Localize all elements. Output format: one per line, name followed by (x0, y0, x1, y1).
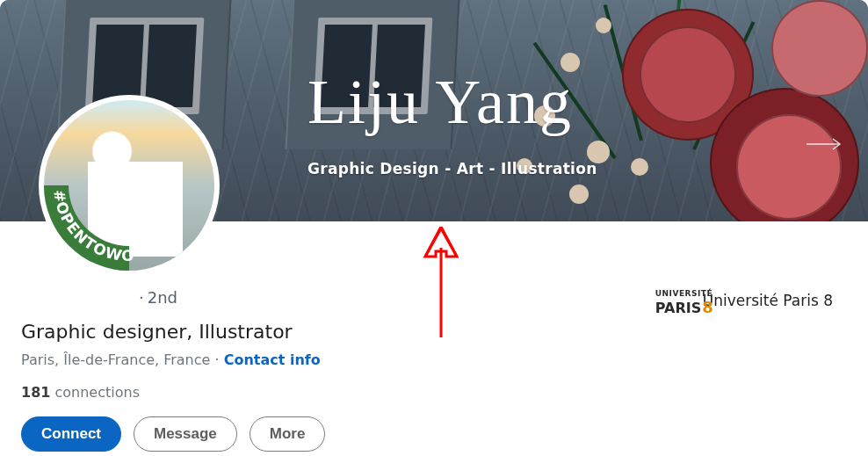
connect-button[interactable]: Connect (21, 416, 121, 452)
education-name: Université Paris 8 (703, 292, 833, 309)
connections-label: connections (50, 384, 140, 401)
location-row: Paris, Île-de-France, France · Contact i… (21, 351, 847, 368)
svg-marker-3 (425, 227, 457, 257)
degree-separator: · (135, 288, 148, 307)
action-bar: Connect Message More (21, 416, 847, 452)
location-separator: · (210, 351, 223, 368)
banner-flowers-art (508, 0, 868, 221)
connections-count: 181 (21, 384, 50, 401)
arrow-right-icon[interactable] (807, 137, 843, 155)
connections[interactable]: 181 connections (21, 384, 847, 401)
more-button[interactable]: More (250, 416, 326, 452)
education-logo: UNIVERSITÉ PARIS8 (655, 290, 692, 311)
contact-info-link[interactable]: Contact info (224, 351, 321, 368)
message-button[interactable]: Message (134, 416, 237, 452)
education-entry[interactable]: UNIVERSITÉ PARIS8 Université Paris 8 (655, 290, 833, 311)
connection-degree: 2nd (148, 288, 177, 307)
banner-window (285, 0, 461, 149)
profile-card: Liju Yang Graphic Design - Art - Illustr… (0, 0, 868, 452)
profile-photo[interactable]: #OPENTOWORK (39, 95, 220, 276)
location-text: Paris, Île-de-France, France (21, 351, 210, 368)
avatar-image (44, 100, 214, 271)
annotation-arrow-icon (415, 227, 467, 344)
